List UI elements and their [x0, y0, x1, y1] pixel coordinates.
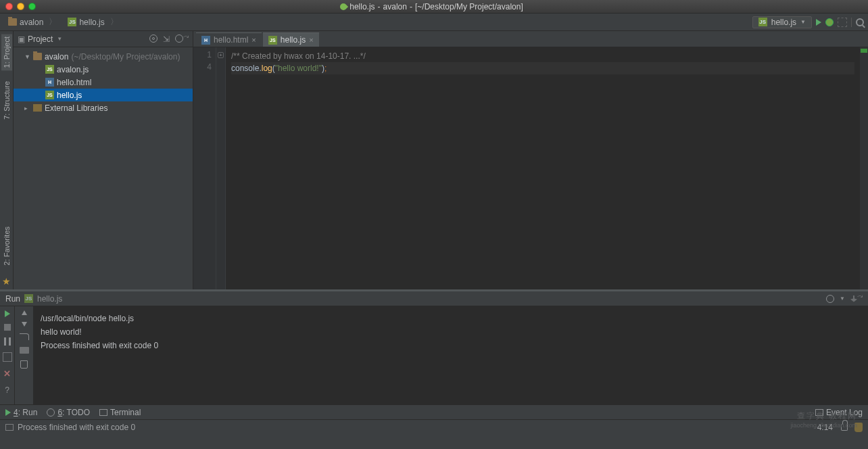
tree-row[interactable]: JSavalon.js [14, 63, 193, 76]
restore-layout-icon[interactable] [3, 352, 12, 362]
rerun-button[interactable] [5, 310, 10, 317]
chevron-down-icon[interactable]: ▼ [840, 296, 845, 302]
run-tool-window: Run JS hello.js ▼ ⃕ ✕ ? /usr/local/bin/n… [0, 289, 868, 404]
tool-tab-structure[interactable]: 7: Structure [1, 78, 12, 122]
caret-position[interactable]: 4:14 [817, 423, 833, 432]
library-icon [33, 104, 42, 112]
js-file-icon: JS [68, 18, 76, 26]
tree-arrow-icon[interactable]: ▸ [24, 105, 30, 112]
tree-arrow-icon[interactable]: ▼ [24, 53, 30, 60]
project-tree[interactable]: ▼avalon (~/Desktop/My Project/avalon)JSa… [14, 47, 193, 117]
line-number[interactable]: 1 [193, 50, 212, 62]
tree-row[interactable]: Hhello.html [14, 76, 193, 89]
tree-label: External Libraries [45, 103, 107, 113]
run-tool-button[interactable]: 4: Run [5, 408, 37, 417]
stop-button[interactable] [4, 324, 11, 331]
html-file-icon: H [45, 78, 54, 87]
tree-row[interactable]: ▼avalon (~/Desktop/My Project/avalon) [14, 50, 193, 63]
pin-icon[interactable] [850, 296, 857, 302]
title-project: avalon [383, 2, 407, 11]
close-tab-button[interactable]: ✕ [3, 369, 11, 379]
code-line[interactable]: console.log("hello world!"); [231, 62, 854, 74]
run-panel-config: hello.js [37, 294, 62, 304]
editor-tab[interactable]: Hhello.html× [196, 32, 262, 47]
editor-tab-label: hello.html [214, 35, 248, 45]
run-button[interactable] [816, 19, 821, 26]
breadcrumb-label: avalon [20, 18, 43, 27]
close-window-button[interactable] [5, 3, 13, 10]
error-stripe[interactable] [860, 47, 868, 289]
event-log-label: Event Log [826, 408, 863, 417]
tree-label: avalon [45, 52, 68, 62]
breadcrumb-item-file[interactable]: JS hello.js 〉 [64, 16, 122, 28]
close-tab-icon[interactable]: × [251, 36, 256, 44]
collapse-all-icon[interactable]: ⇲ [163, 34, 170, 44]
tool-windows-toggle-icon[interactable] [5, 424, 14, 431]
run-console[interactable]: /usr/local/bin/node hello.jshello world!… [34, 306, 868, 404]
terminal-icon [99, 409, 107, 416]
up-stack-icon[interactable] [22, 310, 27, 315]
clear-all-icon[interactable] [20, 360, 28, 369]
run-configuration-selector[interactable]: JS hello.js ▼ [752, 16, 812, 28]
gear-icon[interactable] [826, 295, 834, 303]
tool-tab-favorites[interactable]: 2: Favorites [1, 224, 12, 268]
console-line: hello world! [41, 325, 861, 339]
status-message: Process finished with exit code 0 [18, 423, 135, 432]
tree-path-suffix: (~/Desktop/My Project/avalon) [71, 52, 180, 62]
scroll-to-source-icon[interactable] [149, 34, 158, 43]
run-left-gutter: ✕ ? [0, 306, 15, 404]
coverage-icon[interactable] [838, 18, 847, 27]
debug-button[interactable] [825, 18, 834, 26]
help-icon[interactable]: ? [5, 385, 9, 395]
separator [851, 18, 852, 27]
code-editor[interactable]: /** Created by hwax on 14-10-17. ...*/co… [226, 47, 860, 289]
run-toolbar [15, 306, 34, 404]
minimize-window-button[interactable] [17, 3, 24, 10]
editor-tab-label: hello.js [281, 35, 306, 45]
star-icon: ★ [2, 276, 11, 289]
breadcrumb-item-project[interactable]: avalon 〉 [4, 16, 61, 28]
navigation-bar: avalon 〉 JS hello.js 〉 JS hello.js ▼ [0, 14, 868, 31]
title-filename: hello.js [349, 2, 375, 11]
editor-gutter[interactable]: 14 [193, 47, 216, 289]
hector-icon[interactable] [854, 423, 863, 432]
tool-window-icon: ▣ [18, 34, 25, 44]
gear-icon[interactable] [175, 34, 183, 43]
chevron-down-icon[interactable]: ▼ [57, 36, 62, 42]
left-tool-tabs: 1: Project 7: Structure 2: Favorites ★ [0, 31, 14, 289]
project-panel-title: Project [28, 34, 53, 44]
tree-row[interactable]: ▸External Libraries [14, 101, 193, 114]
event-log-button[interactable]: Event Log [815, 408, 863, 417]
lock-icon[interactable] [841, 424, 848, 431]
tree-row[interactable]: JShello.js [14, 89, 193, 101]
todo-tool-button[interactable]: 6: TODO [47, 408, 90, 417]
code-line[interactable]: /** Created by hwax on 14-10-17. ...*/ [231, 50, 854, 62]
todo-icon [47, 408, 55, 417]
down-stack-icon[interactable] [22, 322, 27, 327]
console-line: Process finished with exit code 0 [41, 339, 861, 352]
play-icon [5, 409, 11, 416]
close-tab-icon[interactable]: × [309, 36, 313, 44]
tool-tab-project[interactable]: 1: Project [1, 34, 12, 70]
zoom-window-button[interactable] [28, 3, 36, 10]
js-file-icon: JS [268, 36, 277, 45]
js-file-icon: JS [45, 65, 54, 74]
js-file-icon: JS [45, 91, 54, 99]
event-log-icon [815, 409, 823, 416]
terminal-tool-button[interactable]: Terminal [99, 408, 141, 417]
breadcrumb-label: hello.js [79, 18, 104, 27]
analysis-ok-marker [861, 49, 867, 53]
search-everywhere-button[interactable] [856, 18, 864, 26]
fold-marker-icon[interactable]: + [218, 52, 224, 58]
soft-wrap-icon[interactable] [20, 333, 29, 340]
pause-button[interactable] [4, 337, 11, 346]
tree-label: hello.html [57, 78, 91, 87]
run-config-label: hello.js [771, 18, 796, 27]
console-line: /usr/local/bin/node hello.js [41, 312, 861, 325]
print-icon[interactable] [20, 347, 29, 354]
bottom-tool-strip: 4: Run6: TODOTerminal Event Log [0, 404, 868, 419]
fold-column[interactable]: + [216, 47, 226, 289]
line-number[interactable]: 4 [193, 62, 212, 74]
editor-tab[interactable]: JShello.js× [263, 32, 319, 47]
editor-tabs: Hhello.html×JShello.js× [193, 31, 868, 47]
